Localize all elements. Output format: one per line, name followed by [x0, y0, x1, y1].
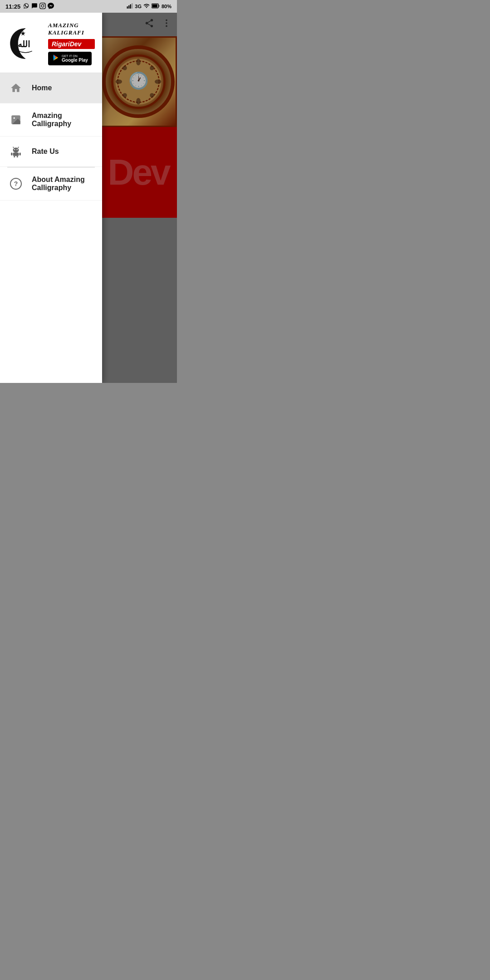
svg-rect-3 — [132, 3, 132, 9]
svg-rect-40 — [14, 156, 15, 157]
android-icon — [9, 145, 23, 158]
svg-line-36 — [18, 147, 19, 148]
app-logo: الله — [7, 25, 44, 62]
home-icon — [9, 81, 23, 95]
status-bar: 11:25 — [0, 0, 177, 13]
svg-rect-41 — [17, 156, 18, 157]
rigari-text: RigariDev — [52, 40, 81, 48]
app-container: 🕐 Dev — [0, 13, 177, 383]
rigari-badge: RigariDev — [48, 39, 95, 49]
svg-rect-38 — [11, 152, 12, 156]
nav-item-amazing-calligraphy[interactable]: Amazing Calligraphy — [0, 103, 102, 137]
nav-item-rate-us[interactable]: Rate Us — [0, 137, 102, 167]
svg-rect-39 — [20, 152, 21, 156]
drawer-overlay[interactable] — [102, 13, 177, 383]
nav-label-rate: Rate Us — [32, 147, 59, 156]
wifi-icon — [143, 3, 150, 10]
svg-line-35 — [13, 147, 14, 148]
play-store-icon — [52, 54, 60, 64]
nav-label-about: About Amazing Calligraphy — [32, 176, 93, 192]
drawer-header: الله AMAZING KALIGRAFI RigariDev — [0, 13, 102, 73]
network-label: 3G — [135, 4, 142, 9]
svg-point-32 — [13, 147, 19, 152]
nav-label-calligraphy: Amazing Calligraphy — [32, 112, 93, 128]
messenger-icon — [48, 3, 54, 10]
status-left: 11:25 — [5, 3, 54, 10]
svg-point-30 — [14, 118, 15, 119]
header-top-row: الله AMAZING KALIGRAFI RigariDev — [7, 22, 95, 65]
svg-rect-2 — [130, 5, 131, 9]
message-icon — [31, 3, 38, 10]
navigation-drawer: الله AMAZING KALIGRAFI RigariDev — [0, 13, 102, 383]
whatsapp-icon — [23, 3, 29, 10]
google-play-name: Google Play — [62, 58, 88, 63]
svg-rect-6 — [152, 5, 157, 7]
nav-item-home[interactable]: Home — [0, 73, 102, 103]
get-it-on-text: GET IT ON — [62, 54, 88, 58]
battery-percent: 80% — [162, 4, 172, 9]
google-play-text-block: GET IT ON Google Play — [62, 54, 88, 63]
drawer-nav: Home Amazing Calligraphy — [0, 73, 102, 383]
svg-rect-1 — [128, 5, 129, 9]
svg-point-33 — [14, 149, 15, 150]
header-right: AMAZING KALIGRAFI RigariDev — [48, 22, 95, 65]
svg-text:الله: الله — [18, 39, 30, 49]
instagram-icon — [39, 3, 46, 10]
svg-point-34 — [17, 149, 18, 150]
status-right: 3G 80% — [127, 3, 172, 10]
image-icon — [9, 113, 23, 127]
nav-item-about[interactable]: ? About Amazing Calligraphy — [0, 167, 102, 201]
status-icons — [23, 3, 54, 10]
google-play-badge[interactable]: GET IT ON Google Play — [48, 52, 92, 65]
app-name: AMAZING KALIGRAFI — [48, 22, 95, 36]
question-icon: ? — [9, 177, 23, 191]
status-time: 11:25 — [5, 3, 20, 10]
svg-rect-37 — [13, 152, 19, 156]
nav-label-home: Home — [32, 84, 52, 92]
battery-icon — [152, 3, 160, 10]
svg-rect-5 — [158, 5, 159, 7]
signal-icon — [127, 3, 133, 10]
svg-rect-0 — [127, 6, 128, 9]
